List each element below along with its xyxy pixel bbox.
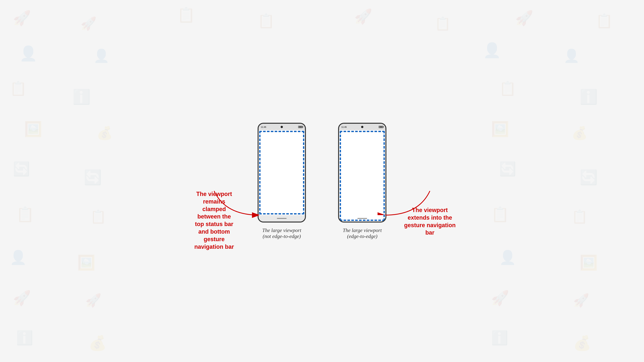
phone-not-edge: 11:45 The large viewport (not ed — [258, 123, 306, 239]
time-edge: 11:45 — [341, 126, 347, 128]
bottom-nav-not-edge — [258, 215, 305, 222]
dashed-border-not-edge — [259, 131, 304, 214]
battery-fill — [299, 126, 302, 127]
phone-frame-not-edge: 11:45 — [258, 123, 306, 223]
battery-not-edge — [298, 126, 303, 128]
status-bar-not-edge: 11:45 — [258, 124, 305, 130]
phones-row: The viewportremainsclampedbetween thetop… — [145, 123, 499, 239]
status-bar-edge: 11:45 — [339, 124, 386, 130]
phone-label-not-edge: The large viewport (not edge-to-edge) — [262, 227, 301, 239]
phone-frame-edge: 11:45 — [338, 123, 386, 223]
phone-label-edge: The large viewport (edge-to-edge) — [343, 227, 382, 239]
gesture-line-not-edge — [277, 218, 286, 219]
main-content: The viewportremainsclampedbetween thetop… — [0, 0, 644, 362]
arrow-left — [212, 189, 261, 218]
camera-not-edge — [280, 126, 283, 128]
battery-edge — [379, 126, 383, 128]
camera-edge — [361, 126, 364, 128]
time-not-edge: 11:45 — [261, 126, 266, 128]
dashed-border-edge — [340, 131, 385, 221]
battery-fill-edge — [379, 126, 382, 127]
phone-edge: 11:45 The large viewport (edge-t — [338, 123, 386, 239]
annotation-right: The viewportextends into thegesture navi… — [396, 206, 464, 237]
